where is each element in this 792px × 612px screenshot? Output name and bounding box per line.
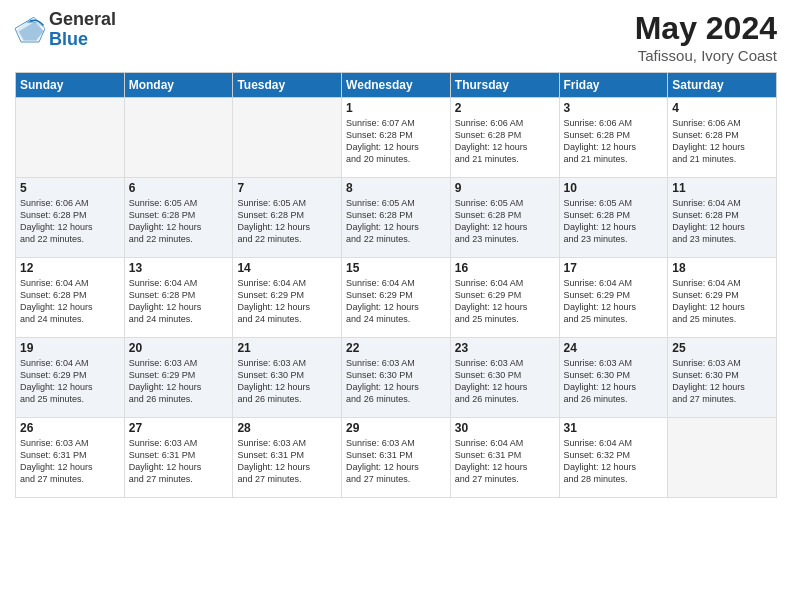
calendar-cell: 27Sunrise: 6:03 AM Sunset: 6:31 PM Dayli… xyxy=(124,418,233,498)
day-info: Sunrise: 6:07 AM Sunset: 6:28 PM Dayligh… xyxy=(346,117,446,166)
calendar-cell: 22Sunrise: 6:03 AM Sunset: 6:30 PM Dayli… xyxy=(342,338,451,418)
day-number: 7 xyxy=(237,181,337,195)
day-info: Sunrise: 6:04 AM Sunset: 6:29 PM Dayligh… xyxy=(564,277,664,326)
calendar-cell: 17Sunrise: 6:04 AM Sunset: 6:29 PM Dayli… xyxy=(559,258,668,338)
day-number: 1 xyxy=(346,101,446,115)
day-number: 30 xyxy=(455,421,555,435)
weekday-header-row: Sunday Monday Tuesday Wednesday Thursday… xyxy=(16,73,777,98)
day-number: 9 xyxy=(455,181,555,195)
day-info: Sunrise: 6:03 AM Sunset: 6:31 PM Dayligh… xyxy=(20,437,120,486)
calendar-cell: 31Sunrise: 6:04 AM Sunset: 6:32 PM Dayli… xyxy=(559,418,668,498)
header-monday: Monday xyxy=(124,73,233,98)
location: Tafissou, Ivory Coast xyxy=(635,47,777,64)
week-row-1: 5Sunrise: 6:06 AM Sunset: 6:28 PM Daylig… xyxy=(16,178,777,258)
calendar-cell: 4Sunrise: 6:06 AM Sunset: 6:28 PM Daylig… xyxy=(668,98,777,178)
day-info: Sunrise: 6:03 AM Sunset: 6:29 PM Dayligh… xyxy=(129,357,229,406)
calendar-cell: 2Sunrise: 6:06 AM Sunset: 6:28 PM Daylig… xyxy=(450,98,559,178)
day-info: Sunrise: 6:06 AM Sunset: 6:28 PM Dayligh… xyxy=(672,117,772,166)
calendar-cell: 29Sunrise: 6:03 AM Sunset: 6:31 PM Dayli… xyxy=(342,418,451,498)
header-tuesday: Tuesday xyxy=(233,73,342,98)
calendar-cell: 25Sunrise: 6:03 AM Sunset: 6:30 PM Dayli… xyxy=(668,338,777,418)
calendar-cell: 3Sunrise: 6:06 AM Sunset: 6:28 PM Daylig… xyxy=(559,98,668,178)
header-saturday: Saturday xyxy=(668,73,777,98)
calendar-cell: 28Sunrise: 6:03 AM Sunset: 6:31 PM Dayli… xyxy=(233,418,342,498)
day-number: 18 xyxy=(672,261,772,275)
day-number: 16 xyxy=(455,261,555,275)
calendar-cell: 21Sunrise: 6:03 AM Sunset: 6:30 PM Dayli… xyxy=(233,338,342,418)
day-info: Sunrise: 6:05 AM Sunset: 6:28 PM Dayligh… xyxy=(237,197,337,246)
day-number: 3 xyxy=(564,101,664,115)
day-info: Sunrise: 6:03 AM Sunset: 6:30 PM Dayligh… xyxy=(346,357,446,406)
day-info: Sunrise: 6:03 AM Sunset: 6:30 PM Dayligh… xyxy=(455,357,555,406)
day-info: Sunrise: 6:04 AM Sunset: 6:29 PM Dayligh… xyxy=(237,277,337,326)
calendar-cell: 8Sunrise: 6:05 AM Sunset: 6:28 PM Daylig… xyxy=(342,178,451,258)
calendar-cell xyxy=(16,98,125,178)
day-info: Sunrise: 6:06 AM Sunset: 6:28 PM Dayligh… xyxy=(564,117,664,166)
logo-blue: Blue xyxy=(49,30,116,50)
day-info: Sunrise: 6:04 AM Sunset: 6:28 PM Dayligh… xyxy=(129,277,229,326)
day-number: 8 xyxy=(346,181,446,195)
calendar-cell: 7Sunrise: 6:05 AM Sunset: 6:28 PM Daylig… xyxy=(233,178,342,258)
day-info: Sunrise: 6:06 AM Sunset: 6:28 PM Dayligh… xyxy=(20,197,120,246)
day-number: 23 xyxy=(455,341,555,355)
calendar-cell: 24Sunrise: 6:03 AM Sunset: 6:30 PM Dayli… xyxy=(559,338,668,418)
day-info: Sunrise: 6:03 AM Sunset: 6:31 PM Dayligh… xyxy=(237,437,337,486)
logo-text: General Blue xyxy=(49,10,116,50)
day-info: Sunrise: 6:03 AM Sunset: 6:30 PM Dayligh… xyxy=(672,357,772,406)
calendar-cell: 14Sunrise: 6:04 AM Sunset: 6:29 PM Dayli… xyxy=(233,258,342,338)
day-number: 4 xyxy=(672,101,772,115)
day-info: Sunrise: 6:05 AM Sunset: 6:28 PM Dayligh… xyxy=(129,197,229,246)
calendar-cell: 9Sunrise: 6:05 AM Sunset: 6:28 PM Daylig… xyxy=(450,178,559,258)
calendar-cell: 6Sunrise: 6:05 AM Sunset: 6:28 PM Daylig… xyxy=(124,178,233,258)
day-info: Sunrise: 6:05 AM Sunset: 6:28 PM Dayligh… xyxy=(564,197,664,246)
calendar: Sunday Monday Tuesday Wednesday Thursday… xyxy=(15,72,777,498)
calendar-cell: 15Sunrise: 6:04 AM Sunset: 6:29 PM Dayli… xyxy=(342,258,451,338)
day-number: 2 xyxy=(455,101,555,115)
day-info: Sunrise: 6:04 AM Sunset: 6:28 PM Dayligh… xyxy=(20,277,120,326)
logo-icon xyxy=(15,15,45,45)
day-info: Sunrise: 6:03 AM Sunset: 6:31 PM Dayligh… xyxy=(129,437,229,486)
day-number: 22 xyxy=(346,341,446,355)
calendar-cell: 11Sunrise: 6:04 AM Sunset: 6:28 PM Dayli… xyxy=(668,178,777,258)
title-block: May 2024 Tafissou, Ivory Coast xyxy=(635,10,777,64)
day-info: Sunrise: 6:04 AM Sunset: 6:29 PM Dayligh… xyxy=(20,357,120,406)
day-info: Sunrise: 6:04 AM Sunset: 6:29 PM Dayligh… xyxy=(455,277,555,326)
day-number: 14 xyxy=(237,261,337,275)
logo-general: General xyxy=(49,10,116,30)
calendar-cell: 13Sunrise: 6:04 AM Sunset: 6:28 PM Dayli… xyxy=(124,258,233,338)
day-number: 15 xyxy=(346,261,446,275)
calendar-cell: 26Sunrise: 6:03 AM Sunset: 6:31 PM Dayli… xyxy=(16,418,125,498)
day-number: 10 xyxy=(564,181,664,195)
page-container: General Blue May 2024 Tafissou, Ivory Co… xyxy=(0,0,792,508)
day-number: 28 xyxy=(237,421,337,435)
day-info: Sunrise: 6:05 AM Sunset: 6:28 PM Dayligh… xyxy=(455,197,555,246)
day-info: Sunrise: 6:04 AM Sunset: 6:31 PM Dayligh… xyxy=(455,437,555,486)
day-number: 25 xyxy=(672,341,772,355)
calendar-cell xyxy=(233,98,342,178)
day-info: Sunrise: 6:04 AM Sunset: 6:32 PM Dayligh… xyxy=(564,437,664,486)
day-info: Sunrise: 6:03 AM Sunset: 6:31 PM Dayligh… xyxy=(346,437,446,486)
day-info: Sunrise: 6:03 AM Sunset: 6:30 PM Dayligh… xyxy=(564,357,664,406)
day-number: 6 xyxy=(129,181,229,195)
day-number: 20 xyxy=(129,341,229,355)
day-number: 27 xyxy=(129,421,229,435)
day-number: 26 xyxy=(20,421,120,435)
day-info: Sunrise: 6:04 AM Sunset: 6:29 PM Dayligh… xyxy=(346,277,446,326)
day-number: 12 xyxy=(20,261,120,275)
calendar-cell: 12Sunrise: 6:04 AM Sunset: 6:28 PM Dayli… xyxy=(16,258,125,338)
calendar-cell: 19Sunrise: 6:04 AM Sunset: 6:29 PM Dayli… xyxy=(16,338,125,418)
day-number: 24 xyxy=(564,341,664,355)
day-number: 5 xyxy=(20,181,120,195)
day-info: Sunrise: 6:05 AM Sunset: 6:28 PM Dayligh… xyxy=(346,197,446,246)
day-number: 11 xyxy=(672,181,772,195)
calendar-cell: 23Sunrise: 6:03 AM Sunset: 6:30 PM Dayli… xyxy=(450,338,559,418)
day-number: 13 xyxy=(129,261,229,275)
day-number: 29 xyxy=(346,421,446,435)
day-number: 21 xyxy=(237,341,337,355)
calendar-cell: 5Sunrise: 6:06 AM Sunset: 6:28 PM Daylig… xyxy=(16,178,125,258)
month-title: May 2024 xyxy=(635,10,777,47)
day-info: Sunrise: 6:06 AM Sunset: 6:28 PM Dayligh… xyxy=(455,117,555,166)
header: General Blue May 2024 Tafissou, Ivory Co… xyxy=(15,10,777,64)
week-row-2: 12Sunrise: 6:04 AM Sunset: 6:28 PM Dayli… xyxy=(16,258,777,338)
day-info: Sunrise: 6:04 AM Sunset: 6:28 PM Dayligh… xyxy=(672,197,772,246)
